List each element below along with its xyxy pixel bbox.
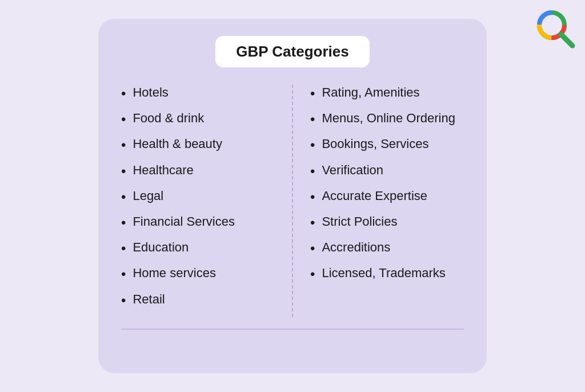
list-item: Hotels [121,85,275,102]
list-item: Verification [310,162,464,180]
card-title: GBP Categories [236,43,348,60]
list-item: Bookings, Services [310,136,464,154]
list-item: Accreditions [310,239,464,257]
svg-line-4 [561,34,572,46]
list-item: Retail [121,291,275,309]
left-column: HotelsFood & drinkHealth & beautyHealthc… [121,85,286,317]
right-list: Rating, AmenitiesMenus, Online OrderingB… [310,85,464,283]
list-item: Legal [121,188,275,206]
list-item: Home services [121,265,275,283]
list-item: Strict Policies [310,214,464,231]
card-title-box: GBP Categories [215,36,369,67]
list-item: Financial Services [121,214,275,231]
left-list: HotelsFood & drinkHealth & beautyHealthc… [121,85,275,309]
list-item: Health & beauty [121,136,275,154]
columns-container: HotelsFood & drinkHealth & beautyHealthc… [121,85,464,317]
list-item: Accurate Expertise [310,188,464,206]
list-item: Education [121,239,275,257]
google-logo-icon [536,9,576,49]
bottom-divider [121,329,464,330]
list-item: Rating, Amenities [310,85,464,102]
column-divider [292,85,293,317]
right-column: Rating, AmenitiesMenus, Online OrderingB… [299,85,464,317]
list-item: Healthcare [121,162,275,180]
gbp-categories-card: GBP Categories HotelsFood & drinkHealth … [98,19,487,373]
list-item: Menus, Online Ordering [310,110,464,128]
list-item: Licensed, Trademarks [310,265,464,283]
list-item: Food & drink [121,110,275,128]
